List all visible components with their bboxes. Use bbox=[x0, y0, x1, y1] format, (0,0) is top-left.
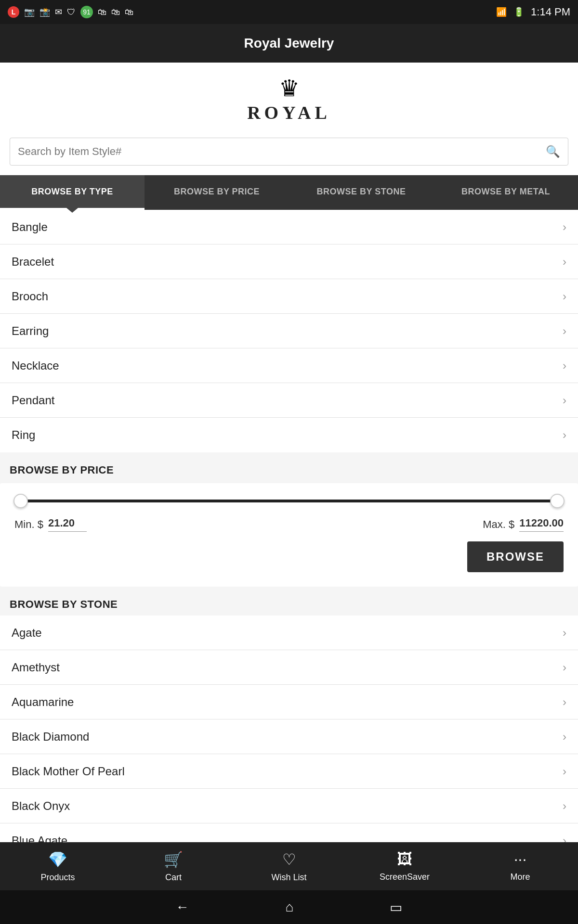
min-price-label: Min. $ bbox=[14, 518, 43, 531]
search-icon[interactable]: 🔍 bbox=[546, 145, 560, 158]
cart-icon: 🛒 bbox=[164, 850, 183, 869]
chevron-icon: › bbox=[563, 428, 566, 442]
nav-item-cart[interactable]: 🛒 Cart bbox=[116, 850, 231, 883]
home-button[interactable]: ⌂ bbox=[286, 899, 294, 915]
slider-thumb-max[interactable] bbox=[550, 494, 565, 508]
list-item[interactable]: Amethyst › bbox=[0, 650, 578, 685]
screensaver-icon: 🖼 bbox=[397, 850, 412, 868]
chevron-icon: › bbox=[563, 695, 566, 709]
search-input[interactable] bbox=[18, 145, 546, 158]
nav-item-products[interactable]: 💎 Products bbox=[0, 850, 116, 883]
bottom-nav-items: 💎 Products 🛒 Cart ♡ Wish List 🖼 ScreenSa… bbox=[0, 842, 578, 890]
browse-price-button[interactable]: BROWSE bbox=[467, 541, 564, 572]
chevron-icon: › bbox=[563, 661, 566, 674]
browse-by-price-label: BROWSE BY PRICE bbox=[0, 455, 578, 476]
chevron-icon: › bbox=[563, 765, 566, 778]
camera2-icon: 📸 bbox=[39, 7, 50, 17]
list-item[interactable]: Earring › bbox=[0, 314, 578, 348]
price-slider-container: Min. $ 21.20 Max. $ 11220.00 BROWSE bbox=[0, 483, 578, 587]
badge-icon: 91 bbox=[80, 6, 93, 18]
more-icon: ··· bbox=[514, 850, 527, 868]
chevron-icon: › bbox=[563, 626, 566, 640]
app-header: Royal Jewelry bbox=[0, 24, 578, 63]
chevron-icon: › bbox=[563, 220, 566, 234]
list-item[interactable]: Pendant › bbox=[0, 383, 578, 418]
chevron-icon: › bbox=[563, 730, 566, 744]
list-item[interactable]: Ring › bbox=[0, 418, 578, 452]
back-button[interactable]: ← bbox=[176, 899, 189, 915]
list-item[interactable]: Necklace › bbox=[0, 348, 578, 383]
gmail-icon: ✉ bbox=[55, 7, 62, 17]
list-item[interactable]: Brooch › bbox=[0, 279, 578, 314]
chevron-icon: › bbox=[563, 324, 566, 338]
nav-label-more: More bbox=[510, 872, 530, 882]
max-price-value: 11220.00 bbox=[519, 517, 564, 532]
browse-by-price-section: BROWSE BY PRICE Min. $ 21.20 Max. $ 1122… bbox=[0, 452, 578, 587]
list-item[interactable]: Agate › bbox=[0, 616, 578, 650]
list-item[interactable]: Bangle › bbox=[0, 210, 578, 244]
stone-list: Agate › Amethyst › Aquamarine › Black Di… bbox=[0, 616, 578, 858]
search-bar[interactable]: 🔍 bbox=[10, 138, 568, 166]
logo-section: ♛ ROYAL bbox=[0, 63, 578, 133]
chevron-icon: › bbox=[563, 255, 566, 269]
list-item[interactable]: Aquamarine › bbox=[0, 685, 578, 719]
nav-item-more[interactable]: ··· More bbox=[462, 850, 578, 882]
chevron-icon: › bbox=[563, 394, 566, 407]
bag3-icon: 🛍 bbox=[125, 7, 133, 17]
slider-thumb-min[interactable] bbox=[13, 494, 28, 508]
nav-item-screensaver[interactable]: 🖼 ScreenSaver bbox=[347, 850, 462, 882]
min-price-value: 21.20 bbox=[48, 517, 87, 532]
list-item[interactable]: Bracelet › bbox=[0, 244, 578, 279]
browse-by-stone-section: BROWSE BY STONE Agate › Amethyst › Aquam… bbox=[0, 587, 578, 858]
tab-browse-by-stone[interactable]: BROWSE BY STONE bbox=[289, 175, 434, 210]
system-nav: ← ⌂ ▭ bbox=[0, 890, 578, 924]
tab-browse-by-metal[interactable]: BROWSE BY METAL bbox=[434, 175, 578, 210]
app-title: Royal Jewelry bbox=[244, 36, 334, 51]
price-inputs: Min. $ 21.20 Max. $ 11220.00 bbox=[14, 517, 564, 532]
products-icon: 💎 bbox=[48, 850, 67, 869]
bag2-icon: 🛍 bbox=[111, 7, 120, 17]
nav-label-products: Products bbox=[40, 873, 75, 883]
wishlist-icon: ♡ bbox=[282, 850, 296, 869]
list-item[interactable]: Black Mother Of Pearl › bbox=[0, 754, 578, 789]
tab-bar: BROWSE BY TYPE BROWSE BY PRICE BROWSE BY… bbox=[0, 175, 578, 210]
chevron-icon: › bbox=[563, 359, 566, 372]
list-item[interactable]: Black Diamond › bbox=[0, 719, 578, 754]
nav-label-wishlist: Wish List bbox=[271, 873, 306, 883]
bottom-nav: 💎 Products 🛒 Cart ♡ Wish List 🖼 ScreenSa… bbox=[0, 842, 578, 924]
camera-icon: 📷 bbox=[24, 7, 35, 17]
nav-label-screensaver: ScreenSaver bbox=[380, 872, 430, 882]
nav-label-cart: Cart bbox=[165, 873, 182, 883]
status-bar-right: 📶 🔋 1:14 PM bbox=[496, 6, 570, 18]
status-bar: L 📷 📸 ✉ 🛡 91 🛍 🛍 🛍 📶 🔋 1:14 PM bbox=[0, 0, 578, 24]
time-display: 1:14 PM bbox=[531, 6, 570, 18]
list-item[interactable]: Black Onyx › bbox=[0, 789, 578, 823]
shield-icon: 🛡 bbox=[67, 7, 76, 17]
battery-icon: 🔋 bbox=[513, 7, 524, 17]
max-price-label: Max. $ bbox=[483, 518, 514, 531]
browse-by-type-section: Bangle › Bracelet › Brooch › Earring › N… bbox=[0, 210, 578, 452]
browse-by-stone-label: BROWSE BY STONE bbox=[0, 590, 578, 616]
status-bar-left: L 📷 📸 ✉ 🛡 91 🛍 🛍 🛍 bbox=[8, 6, 133, 18]
launcher-icon: L bbox=[8, 6, 19, 18]
chevron-icon: › bbox=[563, 799, 566, 813]
logo-crown-icon: ♛ bbox=[279, 77, 300, 100]
nav-item-wishlist[interactable]: ♡ Wish List bbox=[231, 850, 347, 883]
bag1-icon: 🛍 bbox=[98, 7, 106, 17]
search-container: 🔍 bbox=[0, 133, 578, 175]
price-slider-track[interactable] bbox=[14, 500, 564, 502]
chevron-icon: › bbox=[563, 290, 566, 303]
tab-browse-by-price[interactable]: BROWSE BY PRICE bbox=[144, 175, 289, 210]
tab-browse-by-type[interactable]: BROWSE BY TYPE bbox=[0, 175, 144, 210]
recents-button[interactable]: ▭ bbox=[390, 899, 402, 915]
wifi-icon: 📶 bbox=[496, 7, 507, 17]
logo-text: ROYAL bbox=[247, 102, 331, 123]
